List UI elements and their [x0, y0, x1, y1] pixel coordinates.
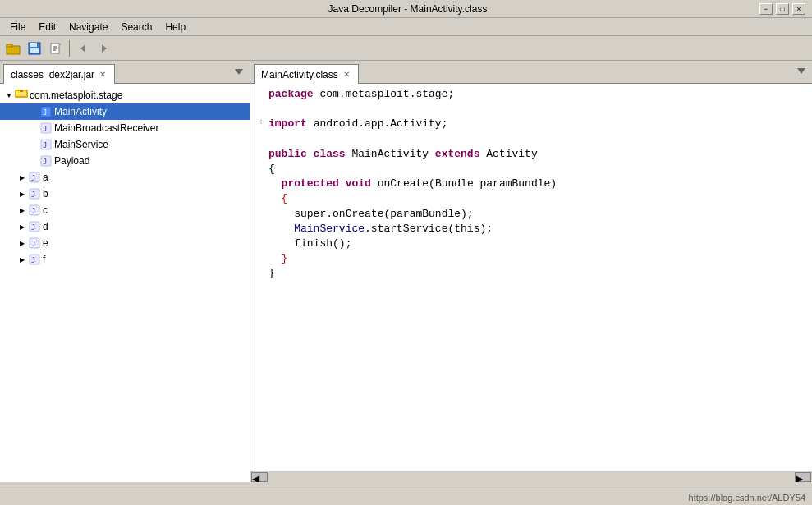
svg-text:J: J	[31, 207, 35, 215]
tree-item-f[interactable]: ▶ J f	[0, 251, 250, 268]
mainactivity-arrow	[28, 106, 39, 117]
svg-rect-3	[30, 43, 37, 47]
window-title: Java Decompiler - MainActivity.class	[56, 3, 759, 15]
left-panel-dropdown[interactable]	[232, 65, 246, 80]
c-arrow: ▶	[16, 204, 28, 216]
tree-view: ▼ com.metasploit.stage	[0, 84, 250, 482]
collapse-btn-import[interactable]: +	[254, 117, 268, 129]
svg-text:J: J	[31, 223, 35, 232]
code-line-6: {	[250, 162, 812, 177]
d-label: d	[43, 221, 48, 232]
code-line-8: {	[250, 191, 812, 206]
code-content-9: super.onCreate(paramBundle);	[268, 207, 809, 222]
svg-marker-12	[235, 69, 243, 75]
close-button[interactable]: ×	[792, 3, 805, 15]
left-tab-close[interactable]: ✕	[98, 70, 108, 79]
code-line-4	[250, 132, 812, 147]
status-url: https://blog.csdn.net/ALDY54	[689, 493, 805, 503]
code-line-9: super.onCreate(paramBundle);	[250, 207, 812, 222]
svg-text:J: J	[31, 174, 35, 182]
code-line-1: package com.metasploit.stage;	[250, 87, 812, 102]
class-icon-d: J	[28, 220, 41, 233]
class-icon-e: J	[28, 236, 41, 250]
right-tab-mainactivity[interactable]: MainActivity.class ✕	[254, 64, 359, 84]
payload-arrow	[28, 155, 39, 167]
hscroll-left[interactable]: ◀	[251, 472, 268, 482]
menu-search[interactable]: Search	[114, 20, 158, 34]
horizontal-scrollbar[interactable]: ◀ ▶	[250, 471, 812, 482]
code-content-13: }	[268, 266, 809, 281]
svg-text:J: J	[43, 158, 47, 166]
menu-bar: File Edit Navigate Search Help	[0, 18, 812, 36]
code-content-8: {	[268, 191, 809, 206]
code-content-1: package com.metasploit.stage;	[268, 87, 809, 102]
code-line-13: }	[250, 266, 812, 281]
f-arrow: ▶	[16, 254, 28, 265]
minimize-button[interactable]: −	[759, 3, 773, 15]
menu-edit[interactable]: Edit	[32, 20, 62, 34]
svg-marker-10	[80, 44, 85, 53]
status-bar: https://blog.csdn.net/ALDY54	[0, 489, 812, 505]
mainbroadcastreceiver-label: MainBroadcastReceiver	[54, 122, 158, 134]
b-label: b	[43, 188, 48, 200]
menu-help[interactable]: Help	[158, 20, 192, 34]
back-button[interactable]	[73, 39, 93, 57]
code-content-2	[268, 102, 809, 117]
hscroll-right[interactable]: ▶	[795, 472, 811, 482]
svg-text:J: J	[43, 108, 47, 117]
tree-item-mainactivity[interactable]: J MainActivity	[0, 103, 250, 120]
mainbroadcastreceiver-arrow	[28, 122, 39, 134]
svg-text:J: J	[31, 191, 35, 199]
tree-item-e[interactable]: ▶ J e	[0, 235, 250, 251]
class-icon-mbr: J	[39, 122, 53, 135]
tree-item-c[interactable]: ▶ J c	[0, 202, 250, 218]
left-tab-jar[interactable]: classes_dex2jar.jar ✕	[3, 64, 115, 84]
code-line-12: }	[250, 251, 812, 266]
svg-rect-1	[7, 44, 12, 47]
code-editor[interactable]: package com.metasploit.stage; + import a…	[250, 84, 812, 471]
code-line-11: finish();	[250, 236, 812, 251]
export-button[interactable]	[46, 39, 66, 57]
forward-button[interactable]	[94, 39, 114, 57]
a-arrow: ▶	[16, 172, 28, 183]
tree-item-b[interactable]: ▶ J b	[0, 186, 250, 202]
open-file-button[interactable]	[3, 39, 23, 57]
menu-file[interactable]: File	[3, 20, 32, 34]
d-arrow: ▶	[16, 221, 28, 232]
window-controls: − □ ×	[759, 3, 805, 15]
main-area: classes_dex2jar.jar ✕ ▼	[0, 61, 812, 482]
class-icon-b: J	[28, 187, 41, 200]
right-tab-close-btn[interactable]: ✕	[342, 70, 351, 79]
svg-rect-15	[20, 90, 23, 92]
code-content-6: {	[268, 162, 809, 177]
tree-root-arrow: ▼	[3, 90, 15, 101]
tree-item-mainbroadcastreceiver[interactable]: J MainBroadcastReceiver	[0, 120, 250, 136]
mainactivity-label: MainActivity	[54, 106, 107, 117]
class-icon-mainactivity: J	[39, 105, 53, 118]
svg-marker-36	[797, 68, 805, 74]
e-label: e	[43, 237, 48, 249]
tree-item-a[interactable]: ▶ J a	[0, 169, 250, 186]
payload-label: Payload	[54, 155, 89, 167]
tree-item-d[interactable]: ▶ J d	[0, 218, 250, 235]
class-icon-payload: J	[39, 154, 53, 168]
tree-root-package[interactable]: ▼ com.metasploit.stage	[0, 87, 250, 103]
right-panel-dropdown[interactable]	[794, 66, 809, 78]
menu-navigate[interactable]: Navigate	[62, 20, 114, 34]
right-tab-row: MainActivity.class ✕	[250, 61, 812, 84]
mainservice-arrow	[28, 139, 39, 150]
svg-rect-4	[30, 48, 39, 53]
left-panel: classes_dex2jar.jar ✕ ▼	[0, 61, 250, 482]
code-content-12: }	[268, 251, 809, 266]
maximize-button[interactable]: □	[776, 3, 789, 15]
code-line-3: + import android.app.Activity;	[250, 117, 812, 131]
tree-item-mainservice[interactable]: J MainService	[0, 136, 250, 153]
save-button[interactable]	[25, 39, 44, 57]
tree-item-payload[interactable]: J Payload	[0, 153, 250, 169]
class-icon-mainservice: J	[39, 138, 53, 151]
code-content-4	[268, 132, 809, 147]
toolbar	[0, 36, 812, 61]
code-content-11: finish();	[268, 236, 809, 251]
mainservice-label: MainService	[54, 139, 108, 150]
svg-text:J: J	[43, 141, 47, 149]
